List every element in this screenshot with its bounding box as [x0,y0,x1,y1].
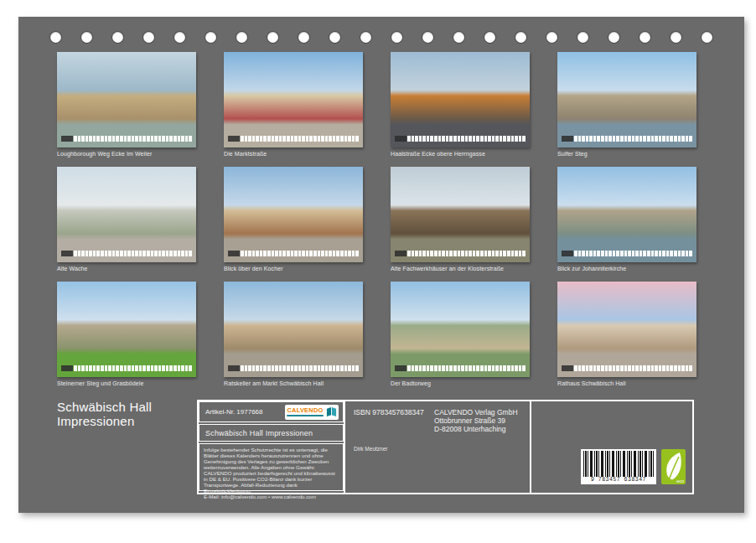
mini-calendar-day-cell [461,365,464,371]
mini-calendar-day-cell [336,136,339,142]
mini-calendar-day-cell [613,251,616,256]
mini-calendar-day-cell [267,251,271,256]
mini-calendar-day-cell [89,136,92,142]
mini-calendar-day-cell [302,365,305,371]
mini-calendar-strip [228,251,359,256]
mini-calendar-day-cell [132,365,135,371]
mini-calendar-day-cell [282,365,286,371]
calendar-back-page: Loughborough Weg Ecke Im Weiler Die Mark… [18,17,744,513]
mini-calendar-day-cell [302,136,305,142]
mini-calendar-day-cell [241,365,244,371]
mini-calendar-month-label [562,251,573,256]
mini-calendar-day-cell [605,365,608,371]
mini-calendar-day-cell [632,365,635,371]
mini-calendar-day-cell [93,136,96,142]
mini-calendar-day-cell [132,251,135,256]
month-thumbnail: Rathaus Schwäbisch Hall [557,282,696,387]
mini-calendar-day-cell [647,365,650,371]
mini-calendar-day-cell [108,365,111,371]
mini-calendar-day-cell [248,365,251,371]
mini-calendar-day-cell [628,365,631,371]
mini-calendar-day-cell [142,365,146,371]
mini-calendar-day-cell [488,365,491,371]
mini-calendar-day-cell [422,365,426,371]
binding-hole [639,32,650,43]
calendar-title: Schwäbisch Hall Impressionen [205,429,313,437]
mini-calendar-day-cell [355,251,359,256]
binding-hole [608,32,619,43]
mini-calendar-day-cell [306,365,309,371]
month-photo [57,52,196,147]
mini-calendar-day-cell [412,251,415,256]
mini-calendar-day-cell [442,365,445,371]
mini-calendar-day-cell [449,365,453,371]
mini-calendar-day-cell [135,136,138,142]
mini-calendar-day-cell [620,136,624,142]
mini-calendar-day-cell [348,136,351,142]
publisher-name: CALVENDO Verlag GmbH [434,408,518,416]
mini-calendar-day-cell [689,365,692,371]
mini-calendar-day-cell [245,136,248,142]
mini-calendar-day-cell [173,365,177,371]
mini-calendar-day-cell [352,136,355,142]
mini-calendar-day-cell [492,365,495,371]
mini-calendar-day-cell [632,251,635,256]
mini-calendar-day-cell [674,251,677,256]
mini-calendar-day-cell [407,251,411,256]
mini-calendar-day-cell [101,365,104,371]
mini-calendar-day-cell [318,365,321,371]
month-caption: Sulfer Steg [557,151,696,158]
mini-calendar-day-cell [344,365,348,371]
mini-calendar-day-cell [507,251,510,256]
mini-calendar-day-cell [415,251,418,256]
mini-calendar-day-cell [670,251,673,256]
mini-calendar-day-cell [492,136,495,142]
mini-calendar-day-cell [112,136,116,142]
binding-hole [298,32,309,43]
mini-calendar-day-cell [291,365,294,371]
mini-calendar-day-cell [139,136,142,142]
mini-calendar-day-cell [248,251,251,256]
mini-calendar-day-cell [162,365,165,371]
mini-calendar-day-cell [158,136,162,142]
mini-calendar-day-cell [291,136,294,142]
mini-calendar-day-cell [93,251,96,256]
month-caption: Alte Fachwerkhäuser an der Klosterstraße [391,266,530,272]
mini-calendar-day-cell [476,365,479,371]
mini-calendar-day-cell [124,136,127,142]
mini-calendar-day-cell [495,136,499,142]
mini-calendar-day-cell [101,251,104,256]
mini-calendar-day-cell [449,251,453,256]
mini-calendar-day-cell [282,136,286,142]
binding-hole [360,32,371,43]
mini-calendar-day-cell [613,136,616,142]
mini-calendar-day-cell [507,365,510,371]
mini-calendar-day-cell [616,251,619,256]
mini-calendar-day-cell [294,365,298,371]
mini-calendar-day-cell [522,365,526,371]
mini-calendar-day-cell [178,136,181,142]
mini-calendar-day-cell [659,136,662,142]
mini-calendar-day-cell [500,136,503,142]
month-photo [391,167,530,262]
mini-calendar-day-cell [321,251,324,256]
mini-calendar-day-cell [282,251,286,256]
mini-calendar-day-cell [586,251,589,256]
mini-calendar-strip [228,365,359,371]
binding-hole [329,32,340,43]
mini-calendar-day-cell [632,136,635,142]
mini-calendar-day-cell [578,365,582,371]
mini-calendar-day-cell [666,251,670,256]
mini-calendar-day-cell [430,136,433,142]
info-left-column: Artikel-Nr. 1977668 CALVENDO Schwäbisch [199,401,344,493]
mini-calendar-day-cell [608,251,612,256]
mini-calendar-day-cell [185,136,189,142]
mini-calendar-day-cell [616,136,619,142]
mini-calendar-day-cell [318,251,321,256]
mini-calendar-day-cell [651,136,655,142]
mini-calendar-strip [61,136,192,142]
mini-calendar-day-cell [340,136,344,142]
binding-hole [143,32,154,43]
mini-calendar-day-cell [659,251,662,256]
mini-calendar-day-cell [252,365,256,371]
